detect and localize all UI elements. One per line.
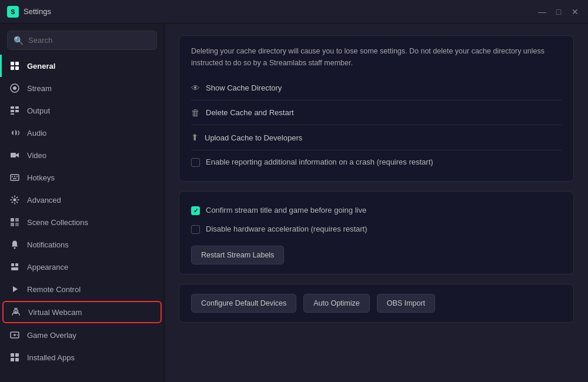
hotkeys-icon	[9, 172, 20, 183]
hardware-accel-checkbox[interactable]	[191, 225, 200, 234]
svg-rect-34	[11, 353, 14, 357]
sidebar-item-advanced[interactable]: Advanced	[0, 189, 164, 211]
sidebar-item-label-game-overlay: Game Overlay	[27, 331, 76, 340]
output-icon	[9, 105, 20, 116]
crash-reporting-row[interactable]: Enable reporting additional information …	[191, 153, 562, 172]
svg-rect-9	[15, 110, 19, 112]
search-input[interactable]	[28, 31, 151, 49]
sidebar-item-label-audio: Audio	[27, 129, 46, 138]
delete-cache-label: Delete Cache and Restart	[206, 108, 294, 117]
sidebar-item-hotkeys[interactable]: Hotkeys	[0, 166, 164, 189]
svg-rect-11	[11, 153, 16, 158]
app-logo: S	[7, 6, 19, 18]
bottom-buttons: Configure Default Devices Auto Optimize …	[191, 294, 562, 313]
sidebar-item-video[interactable]: Video	[0, 144, 164, 166]
sidebar-item-label-scene-collections: Scene Collections	[27, 218, 88, 227]
svg-rect-12	[11, 175, 19, 180]
stream-icon	[9, 83, 20, 93]
installed-apps-icon	[9, 352, 20, 363]
svg-marker-26	[13, 286, 18, 292]
minimize-button[interactable]: —	[536, 6, 548, 18]
device-panel: Configure Default Devices Auto Optimize …	[179, 284, 574, 323]
hardware-accel-row[interactable]: Disable hardware acceleration (requires …	[191, 220, 562, 239]
svg-rect-14	[14, 176, 15, 177]
obs-import-button[interactable]: OBS Import	[377, 294, 435, 313]
sidebar-item-notifications[interactable]: Notifications	[0, 233, 164, 256]
svg-rect-29	[14, 308, 18, 309]
upload-cache-action[interactable]: ⬆ Upload Cache to Developers	[191, 128, 562, 148]
sidebar: 🔍 GeneralStreamOutputAudioVideoHotkeysAd…	[0, 24, 165, 382]
eye-icon: 👁	[191, 83, 200, 93]
sidebar-item-stream[interactable]: Stream	[0, 77, 164, 99]
maximize-button[interactable]: □	[553, 6, 564, 18]
crash-reporting-label: Enable reporting additional information …	[206, 158, 433, 166]
svg-rect-3	[15, 66, 19, 70]
window-controls: — □ ✕	[536, 6, 581, 18]
sidebar-item-label-output: Output	[27, 106, 50, 115]
crash-reporting-checkbox[interactable]	[191, 158, 200, 167]
confirm-stream-checkbox[interactable]	[191, 206, 200, 215]
svg-point-17	[14, 199, 16, 202]
svg-rect-35	[15, 353, 19, 357]
sidebar-item-game-overlay[interactable]: Game Overlay	[0, 324, 164, 346]
remote-control-icon	[9, 284, 20, 294]
svg-rect-7	[15, 106, 19, 109]
sidebar-item-label-general: General	[27, 62, 55, 71]
svg-point-22	[14, 247, 16, 249]
svg-rect-16	[13, 178, 16, 179]
cache-description: Deleting your cache directory will cause…	[191, 45, 562, 69]
svg-rect-18	[11, 218, 14, 222]
restart-stream-labels-button[interactable]: Restart Stream Labels	[191, 246, 284, 264]
show-cache-label: Show Cache Directory	[206, 83, 282, 92]
notifications-icon	[9, 239, 20, 250]
svg-rect-23	[11, 263, 14, 266]
svg-rect-25	[11, 267, 18, 270]
auto-optimize-button[interactable]: Auto Optimize	[303, 294, 370, 313]
sidebar-item-remote-control[interactable]: Remote Control	[0, 278, 164, 300]
window-title: Settings	[24, 7, 51, 16]
svg-rect-24	[15, 263, 18, 266]
sidebar-item-label-installed-apps: Installed Apps	[27, 353, 75, 362]
svg-point-33	[17, 334, 18, 336]
svg-rect-19	[15, 218, 19, 222]
confirm-stream-row[interactable]: Confirm stream title and game before goi…	[191, 201, 562, 220]
content-area: Deleting your cache directory will cause…	[165, 24, 588, 382]
sidebar-item-scene-collections[interactable]: Scene Collections	[0, 211, 164, 233]
titlebar: S Settings — □ ✕	[0, 0, 588, 24]
svg-rect-36	[11, 358, 14, 361]
sidebar-item-output[interactable]: Output	[0, 99, 164, 122]
svg-rect-2	[11, 66, 14, 70]
upload-cache-label: Upload Cache to Developers	[205, 133, 302, 142]
configure-devices-button[interactable]: Configure Default Devices	[191, 294, 296, 313]
search-box[interactable]: 🔍	[7, 31, 157, 50]
hardware-accel-label: Disable hardware acceleration (requires …	[206, 224, 368, 233]
confirm-stream-label: Confirm stream title and game before goi…	[206, 206, 366, 215]
sidebar-item-general[interactable]: General	[0, 55, 164, 77]
show-cache-action[interactable]: 👁 Show Cache Directory	[191, 78, 562, 98]
svg-rect-15	[16, 176, 18, 177]
svg-rect-6	[11, 106, 14, 109]
svg-point-5	[13, 86, 16, 90]
sidebar-item-audio[interactable]: Audio	[0, 122, 164, 144]
stream-options-panel: Confirm stream title and game before goi…	[179, 191, 574, 274]
svg-rect-21	[15, 223, 19, 226]
svg-rect-13	[12, 176, 13, 177]
svg-rect-8	[11, 110, 14, 112]
appearance-icon	[9, 262, 20, 272]
audio-icon	[9, 128, 20, 138]
sidebar-item-virtual-webcam[interactable]: Virtual Webcam	[2, 301, 162, 323]
delete-cache-action[interactable]: 🗑 Delete Cache and Restart	[191, 103, 562, 122]
sidebar-item-appearance[interactable]: Appearance	[0, 256, 164, 278]
advanced-icon	[9, 195, 20, 205]
svg-point-28	[15, 311, 17, 313]
close-button[interactable]: ✕	[569, 6, 581, 18]
sidebar-item-label-virtual-webcam: Virtual Webcam	[28, 308, 82, 317]
svg-rect-37	[15, 358, 19, 361]
sidebar-item-label-appearance: Appearance	[27, 263, 68, 272]
sidebar-item-label-advanced: Advanced	[27, 196, 61, 205]
virtual-webcam-icon	[11, 307, 21, 317]
sidebar-item-installed-apps[interactable]: Installed Apps	[0, 346, 164, 368]
svg-rect-0	[11, 62, 14, 65]
main-layout: 🔍 GeneralStreamOutputAudioVideoHotkeysAd…	[0, 24, 588, 382]
upload-icon: ⬆	[191, 132, 199, 143]
